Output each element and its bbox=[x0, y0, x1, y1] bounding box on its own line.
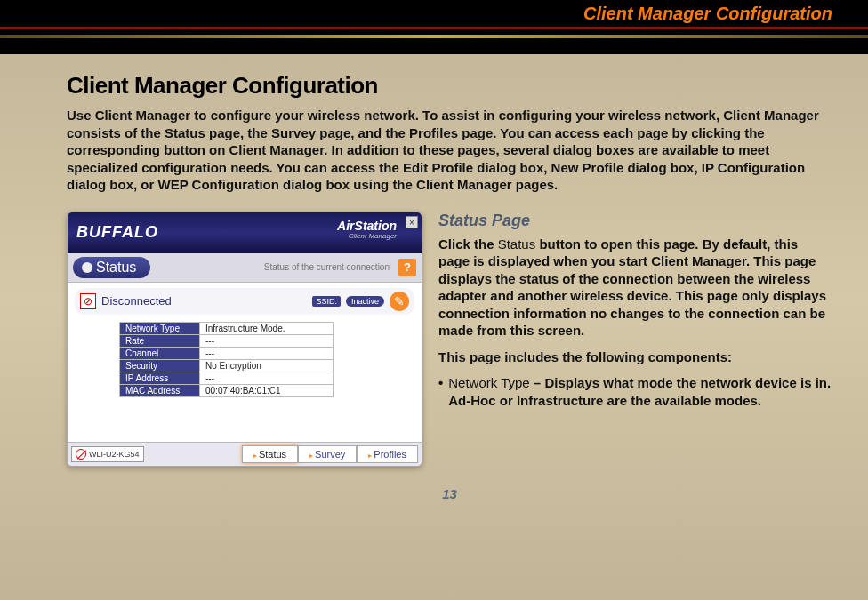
text-column: Status Page Click the Status button to o… bbox=[438, 212, 832, 467]
device-name: WLI-U2-KG54 bbox=[89, 450, 140, 459]
tab-group: ▸Status ▸Survey ▸Profiles bbox=[242, 445, 418, 463]
components-line: This page includes the following compone… bbox=[438, 348, 832, 366]
arrow-icon: ▸ bbox=[368, 452, 372, 460]
arrow-icon: ▸ bbox=[309, 452, 313, 460]
ssid-label: SSID: bbox=[312, 296, 341, 307]
row-key: IP Address bbox=[120, 372, 200, 384]
bullet-item: • Network Type – Displays what mode the … bbox=[438, 374, 832, 409]
status-pill-label: Status bbox=[96, 260, 136, 276]
bottom-tabs: WLI-U2-KG54 ▸Status ▸Survey ▸Profiles bbox=[68, 442, 422, 466]
page-title: Client Manager Configuration bbox=[67, 72, 832, 100]
section-subtitle: Status Page bbox=[438, 212, 832, 230]
tab-profiles[interactable]: ▸Profiles bbox=[357, 445, 418, 463]
tab-status[interactable]: ▸Status bbox=[242, 445, 298, 463]
row-key: MAC Address bbox=[120, 384, 200, 396]
app-window: BUFFALO AirStation Client Manager × Stat… bbox=[67, 212, 422, 467]
status-bar: Status Status of the current connection … bbox=[68, 253, 422, 282]
tab-survey[interactable]: ▸Survey bbox=[298, 445, 357, 463]
connection-row: ⊘ Disconnected SSID: Inactive ✎ bbox=[75, 288, 414, 315]
brand-logo: BUFFALO bbox=[76, 223, 158, 242]
table-row: IP Address--- bbox=[120, 372, 334, 384]
row-key: Channel bbox=[120, 347, 200, 359]
status-table: Network TypeInfrastructure Mode. Rate---… bbox=[119, 322, 334, 397]
row-val: No Encryption bbox=[200, 359, 334, 372]
help-button[interactable]: ? bbox=[398, 259, 416, 276]
row-val: --- bbox=[200, 372, 334, 384]
status-caption: Status of the current connection bbox=[156, 262, 393, 272]
row-val: --- bbox=[200, 334, 334, 347]
product-name: AirStation bbox=[337, 219, 397, 233]
edit-icon[interactable]: ✎ bbox=[390, 292, 409, 311]
table-row: SecurityNo Encryption bbox=[120, 359, 334, 372]
connection-status: Disconnected bbox=[101, 294, 172, 308]
table-row: MAC Address00:07:40:BA:01:C1 bbox=[120, 384, 334, 396]
banner-title: Client Manager Configuration bbox=[583, 4, 832, 23]
inactive-badge: Inactive bbox=[346, 296, 384, 307]
content-area: Client Manager Configuration Use Client … bbox=[0, 54, 868, 501]
status-body: ⊘ Disconnected SSID: Inactive ✎ Network … bbox=[68, 282, 422, 442]
table-row: Channel--- bbox=[120, 347, 334, 359]
row-val: Infrastructure Mode. bbox=[200, 322, 334, 334]
top-banner: Client Manager Configuration bbox=[0, 0, 868, 27]
bullet-dot: • bbox=[438, 374, 443, 409]
status-paragraph: Click the Status button to open this pag… bbox=[438, 236, 832, 340]
screenshot-column: BUFFALO AirStation Client Manager × Stat… bbox=[67, 212, 422, 467]
row-key: Security bbox=[120, 359, 200, 372]
product-label: AirStation Client Manager bbox=[337, 218, 397, 240]
device-badge: WLI-U2-KG54 bbox=[71, 446, 144, 462]
warning-icon: ⊘ bbox=[80, 293, 96, 309]
table-row: Rate--- bbox=[120, 334, 334, 347]
intro-text: Use Client Manager to configure your wir… bbox=[67, 107, 832, 194]
decor-bar bbox=[0, 38, 868, 54]
app-header: BUFFALO AirStation Client Manager × bbox=[68, 212, 422, 253]
arrow-icon: ▸ bbox=[253, 452, 257, 460]
no-signal-icon bbox=[76, 449, 86, 460]
row-key: Rate bbox=[120, 334, 200, 347]
bullet-label: Network Type bbox=[448, 375, 529, 390]
page-number: 13 bbox=[67, 486, 832, 501]
status-pill: Status bbox=[73, 257, 150, 278]
row-val: 00:07:40:BA:01:C1 bbox=[200, 384, 334, 396]
table-row: Network TypeInfrastructure Mode. bbox=[120, 322, 334, 334]
row-val: --- bbox=[200, 347, 334, 359]
status-indicator-icon bbox=[82, 262, 92, 273]
row-key: Network Type bbox=[120, 322, 200, 334]
close-icon[interactable]: × bbox=[406, 216, 418, 228]
